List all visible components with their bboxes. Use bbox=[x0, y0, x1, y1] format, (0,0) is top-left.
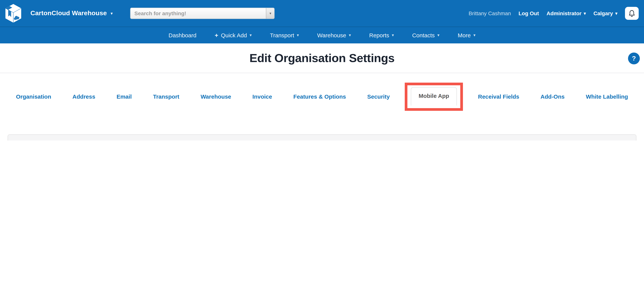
plus-icon: + bbox=[215, 32, 218, 39]
nav-transport[interactable]: Transport▾ bbox=[270, 32, 299, 39]
global-search: ▼ bbox=[130, 8, 275, 19]
caret-down-icon: ▾ bbox=[250, 33, 252, 37]
nav-reports[interactable]: Reports▾ bbox=[369, 32, 394, 39]
caret-down-icon: ▾ bbox=[474, 33, 476, 37]
logout-link[interactable]: Log Out bbox=[518, 10, 539, 16]
caret-down-icon: ▾ bbox=[584, 11, 586, 16]
role-dropdown[interactable]: Administrator ▾ bbox=[546, 10, 586, 16]
tab-white-labelling[interactable]: White Labelling bbox=[586, 93, 628, 100]
settings-tabs-band: Organisation Address Email Transport War… bbox=[0, 80, 644, 134]
caret-down-icon: ▾ bbox=[297, 33, 299, 37]
tab-invoice[interactable]: Invoice bbox=[252, 93, 272, 100]
nav-warehouse[interactable]: Warehouse▾ bbox=[317, 32, 351, 39]
nav-dashboard[interactable]: Dashboard bbox=[168, 32, 196, 39]
notifications-button[interactable] bbox=[625, 7, 639, 20]
bell-icon bbox=[628, 9, 636, 18]
app-viewport: CartonCloud Warehouse ▾ ▼ Brittany Cashm… bbox=[0, 0, 644, 141]
tab-email[interactable]: Email bbox=[116, 93, 132, 100]
tab-receival-fields[interactable]: Receival Fields bbox=[478, 93, 519, 100]
caret-down-icon: ▾ bbox=[438, 33, 440, 37]
tab-address[interactable]: Address bbox=[72, 93, 95, 100]
consignment-custom-fields-panel: Consignment Custom Fields: This is for d… bbox=[8, 134, 636, 141]
caret-down-icon: ▾ bbox=[111, 11, 113, 16]
top-header-bar: CartonCloud Warehouse ▾ ▼ Brittany Cashm… bbox=[0, 0, 644, 27]
caret-down-icon: ▾ bbox=[392, 33, 394, 37]
search-caret-icon: ▼ bbox=[269, 12, 272, 15]
caret-down-icon: ▾ bbox=[349, 33, 351, 37]
title-band: Edit Organisation Settings ? bbox=[0, 43, 644, 73]
settings-tabs: Organisation Address Email Transport War… bbox=[0, 80, 644, 112]
main-nav: Dashboard + Quick Add ▾ Transport▾ Wareh… bbox=[0, 27, 644, 43]
tab-features-options[interactable]: Features & Options bbox=[293, 93, 346, 100]
question-mark-icon: ? bbox=[632, 55, 636, 62]
user-cluster: Brittany Cashman Log Out Administrator ▾… bbox=[469, 7, 639, 20]
tab-organisation[interactable]: Organisation bbox=[16, 93, 51, 100]
search-dropdown-toggle[interactable]: ▼ bbox=[266, 8, 274, 19]
location-dropdown[interactable]: Calgary ▾ bbox=[594, 10, 617, 16]
page-title: Edit Organisation Settings bbox=[250, 51, 395, 65]
nav-quick-add[interactable]: + Quick Add ▾ bbox=[215, 32, 252, 39]
nav-more[interactable]: More▾ bbox=[458, 32, 476, 39]
caret-down-icon: ▾ bbox=[615, 11, 617, 16]
org-switcher[interactable]: CartonCloud Warehouse ▾ bbox=[30, 10, 113, 17]
user-name: Brittany Cashman bbox=[469, 10, 511, 16]
search-input[interactable] bbox=[131, 8, 266, 19]
help-button[interactable]: ? bbox=[628, 53, 640, 64]
cartoncloud-logo-icon bbox=[4, 4, 22, 23]
brand-name: CartonCloud Warehouse bbox=[30, 10, 107, 17]
tab-transport[interactable]: Transport bbox=[153, 93, 179, 100]
tab-add-ons[interactable]: Add-Ons bbox=[540, 93, 565, 100]
panel-heading: Consignment Custom Fields: bbox=[8, 135, 636, 141]
tab-mobile-app[interactable]: Mobile App bbox=[411, 87, 457, 106]
nav-contacts[interactable]: Contacts▾ bbox=[412, 32, 439, 39]
tab-warehouse[interactable]: Warehouse bbox=[201, 93, 231, 100]
tab-security[interactable]: Security bbox=[367, 93, 390, 100]
